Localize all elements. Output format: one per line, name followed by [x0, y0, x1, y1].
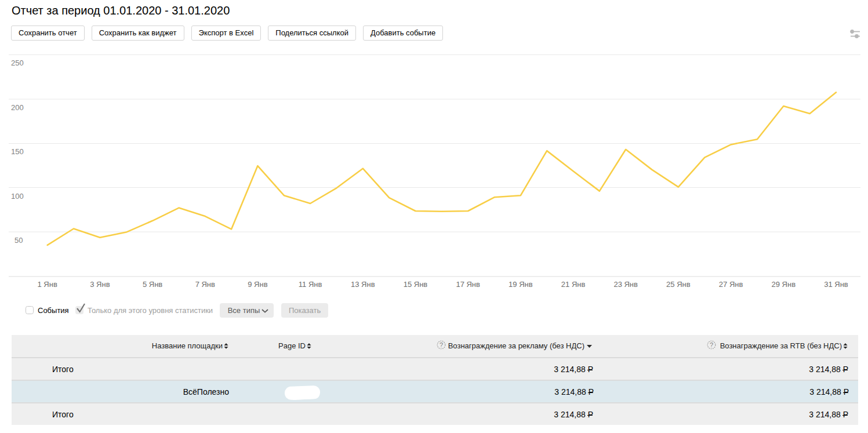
svg-text:?: ?	[710, 341, 713, 348]
svg-text:?: ?	[440, 341, 443, 348]
